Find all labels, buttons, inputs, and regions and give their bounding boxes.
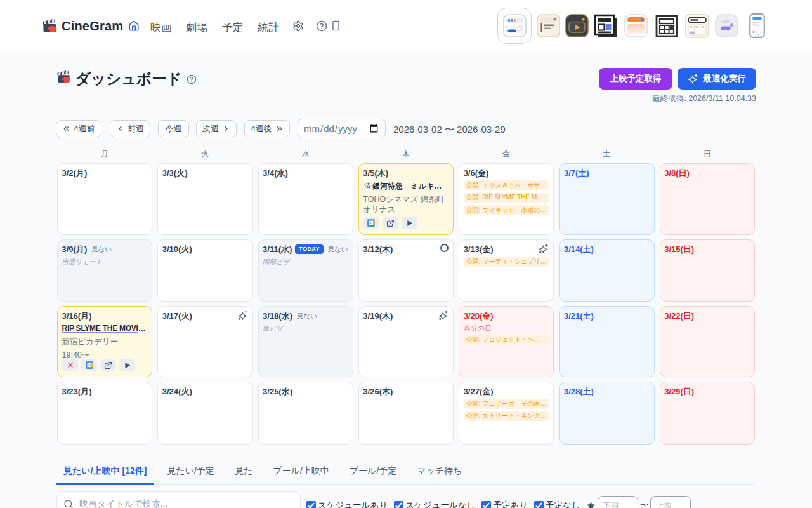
svg-text:31: 31	[369, 221, 373, 225]
svg-text:31: 31	[88, 363, 91, 367]
